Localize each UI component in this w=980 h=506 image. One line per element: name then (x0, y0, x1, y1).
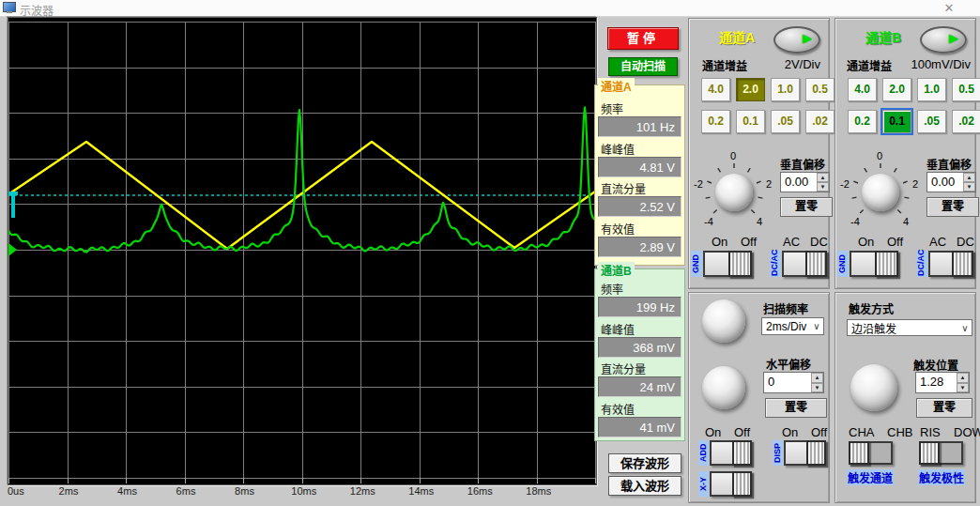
horizontal-offset-value[interactable]: 0 (764, 373, 811, 392)
gain-button-a-0-2[interactable]: 0.2 (701, 110, 730, 133)
gain-button-a-4-0[interactable]: 4.0 (701, 78, 730, 101)
trigger-channel-switch[interactable] (849, 441, 893, 465)
coupling-switch-tag: DC/AC (916, 251, 927, 277)
trigger-position-input[interactable]: 1.28 ▲▼ (915, 372, 970, 393)
freq-label: 频率 (601, 281, 623, 297)
switch-handle[interactable] (875, 251, 898, 277)
switch-handle[interactable] (728, 251, 752, 277)
gain-button-b-0-2[interactable]: 0.2 (848, 110, 877, 133)
gain-button-b-02[interactable]: .02 (952, 110, 980, 133)
autoscan-button[interactable]: 自动扫描 (608, 57, 678, 76)
gain-button-a-1-0[interactable]: 1.0 (771, 78, 800, 101)
channel-a-panel: 通道A ▶ 通道增益 2V/Div 2.0 4.0 1.0 0.5 0.2 0.… (688, 18, 830, 289)
xy-switch[interactable] (710, 471, 752, 497)
trigger-mode-value: 边沿触发 (848, 320, 958, 336)
zero-trigger-position-button[interactable]: 置零 (916, 398, 972, 418)
vertical-offset-value-a[interactable]: 0.00 (781, 173, 817, 192)
vertical-offset-input-b[interactable]: 0.00 ▲▼ (926, 172, 976, 192)
sweep-rate-knob[interactable] (702, 299, 745, 343)
gain-button-b-0-5[interactable]: 0.5 (952, 78, 980, 101)
x-axis-label: 4ms (117, 485, 137, 497)
spinner-down-icon[interactable]: ▼ (817, 182, 829, 192)
horizontal-offset-knob[interactable] (702, 366, 745, 409)
dow-label: DOW (954, 425, 980, 439)
channel-a-enable-toggle[interactable]: ▶ (773, 26, 820, 54)
spinner-up-icon[interactable]: ▲ (963, 173, 975, 182)
spinner-up-icon[interactable]: ▲ (811, 373, 823, 383)
gain-button-a-0-1[interactable]: 0.1 (736, 110, 765, 133)
load-waveform-button[interactable]: 载入波形 (608, 476, 681, 496)
switch-handle[interactable] (952, 251, 973, 277)
spinner-down-icon[interactable]: ▼ (957, 383, 969, 393)
vertical-offset-value-b[interactable]: 0.00 (927, 173, 963, 192)
trigger-polarity-switch[interactable] (919, 441, 963, 465)
trigger-mode-label: 触发方式 (849, 300, 894, 316)
sweep-rate-select[interactable]: 2ms/Div ∨ (761, 317, 824, 335)
spinner-up-icon[interactable]: ▲ (957, 373, 969, 383)
channel-a-measurements: 通道A 频率 101 Hz 峰峰值 4.81 V 直流分量 2.52 V 有效值… (594, 84, 685, 266)
time-axis: 0us2ms4ms6ms8ms10ms12ms14ms16ms18ms (8, 485, 608, 500)
freq-b-display: 199 Hz (598, 297, 681, 317)
gain-button-a-2-0[interactable]: 2.0 (736, 78, 765, 101)
gain-button-b-05[interactable]: .05 (917, 110, 946, 133)
zero-vertical-offset-b-button[interactable]: 置零 (926, 197, 979, 217)
title-bar: 示波器 ✕ (0, 0, 980, 17)
channel-b-enable-toggle[interactable]: ▶ (920, 26, 967, 54)
gain-button-b-4-0[interactable]: 4.0 (848, 78, 877, 101)
x-axis-label: 12ms (350, 485, 375, 497)
rms-a-display: 2.89 V (598, 237, 681, 257)
close-icon[interactable]: ✕ (941, 1, 957, 15)
gain-button-b-0-1[interactable]: 0.1 (882, 110, 911, 133)
zero-vertical-offset-a-button[interactable]: 置零 (780, 197, 833, 217)
switch-handle[interactable] (849, 441, 869, 465)
ac-label: AC (929, 235, 946, 249)
switch-handle[interactable] (919, 441, 940, 465)
off-label: Off (887, 235, 903, 249)
vertical-offset-input-a[interactable]: 0.00 ▲▼ (780, 172, 830, 192)
disp-switch[interactable] (784, 440, 826, 466)
sweep-rate-label: 扫描频率 (763, 300, 808, 316)
vertical-offset-knob-a-group: 0 -2 2 -4 4 (691, 149, 777, 236)
vertical-offset-label: 垂直偏移 (926, 156, 972, 172)
spinner-down-icon[interactable]: ▼ (963, 182, 975, 192)
pause-button[interactable]: 暂停 (607, 27, 679, 50)
dc-label: 直流分量 (601, 180, 646, 196)
gnd-switch-a[interactable] (703, 251, 752, 277)
gain-button-a-02[interactable]: .02 (805, 110, 835, 133)
add-switch[interactable] (710, 440, 752, 466)
switch-handle[interactable] (805, 251, 827, 277)
off-label: Off (811, 425, 827, 439)
gnd-switch-b[interactable] (850, 251, 898, 277)
trigger-channel-tag: 触发通道 (847, 469, 894, 485)
pp-a-display: 4.81 V (598, 157, 681, 177)
channel-a-panel-title: 通道A (719, 27, 755, 46)
trigger-position-value[interactable]: 1.28 (916, 373, 957, 392)
coupling-switch-a[interactable] (782, 251, 827, 277)
waveform-plot (8, 18, 596, 484)
spinner-up-icon[interactable]: ▲ (817, 173, 829, 182)
gain-button-b-2-0[interactable]: 2.0 (882, 78, 911, 101)
x-axis-label: 10ms (291, 485, 316, 497)
zero-horizontal-offset-button[interactable]: 置零 (765, 398, 827, 418)
trigger-level-knob[interactable] (850, 364, 897, 411)
knob-scale-0: 0 (730, 150, 736, 161)
knob-scale-4: 4 (903, 216, 909, 227)
spinner-down-icon[interactable]: ▼ (811, 383, 823, 393)
ac-label: AC (783, 235, 800, 249)
sweep-rate-value: 2ms/Div (762, 320, 810, 333)
vertical-offset-knob-a[interactable] (715, 174, 753, 211)
trigger-mode-select[interactable]: 边沿触发 ∨ (847, 319, 972, 336)
knob-scale-4: 4 (757, 216, 762, 227)
horizontal-offset-input[interactable]: 0 ▲▼ (763, 372, 824, 393)
save-waveform-button[interactable]: 保存波形 (608, 453, 681, 473)
gain-button-b-1-0[interactable]: 1.0 (917, 78, 946, 101)
switch-handle[interactable] (732, 440, 752, 466)
channel-b-panel: 通道B ▶ 通道增益 100mV/Div 4.0 2.0 1.0 0.5 0.2… (835, 18, 976, 289)
gain-button-a-0-5[interactable]: 0.5 (805, 78, 835, 101)
switch-handle[interactable] (806, 440, 826, 466)
switch-handle[interactable] (732, 471, 752, 497)
add-switch-tag: ADD (698, 440, 709, 466)
vertical-offset-knob-b[interactable] (862, 174, 899, 211)
coupling-switch-b[interactable] (928, 251, 973, 277)
gain-button-a-05[interactable]: .05 (771, 110, 800, 133)
